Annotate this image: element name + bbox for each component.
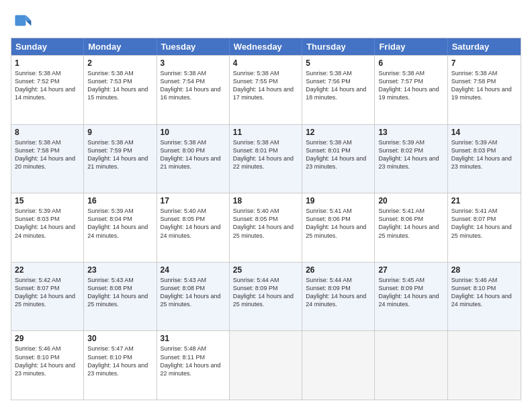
page: SundayMondayTuesdayWednesdayThursdayFrid… (0, 0, 532, 411)
cell-info: Sunrise: 5:38 AMSunset: 7:52 PMDaylight:… (15, 70, 75, 101)
day-number: 23 (87, 265, 152, 275)
day-number: 27 (378, 265, 443, 275)
calendar-cell: 4 Sunrise: 5:38 AMSunset: 7:55 PMDayligh… (230, 56, 302, 124)
calendar-cell: 18 Sunrise: 5:40 AMSunset: 8:05 PMDaylig… (230, 193, 302, 262)
calendar-cell: 8 Sunrise: 5:38 AMSunset: 7:58 PMDayligh… (11, 125, 84, 193)
day-number: 9 (87, 128, 152, 137)
calendar-cell: 2 Sunrise: 5:38 AMSunset: 7:53 PMDayligh… (84, 56, 157, 124)
header-day: Saturday (448, 38, 521, 55)
calendar-cell: 22 Sunrise: 5:42 AMSunset: 8:07 PMDaylig… (11, 263, 84, 331)
day-number: 11 (233, 128, 298, 137)
cell-info: Sunrise: 5:45 AMSunset: 8:09 PMDaylight:… (378, 277, 439, 308)
day-number: 14 (451, 128, 517, 137)
calendar-cell (302, 331, 375, 400)
day-number: 22 (15, 265, 80, 275)
day-number: 2 (87, 58, 152, 68)
header-day: Tuesday (157, 38, 230, 55)
day-number: 10 (161, 128, 226, 137)
calendar-cell (448, 331, 521, 400)
day-number: 30 (87, 334, 152, 343)
calendar-cell: 7 Sunrise: 5:38 AMSunset: 7:58 PMDayligh… (448, 56, 521, 124)
calendar-cell: 28 Sunrise: 5:46 AMSunset: 8:10 PMDaylig… (448, 263, 521, 331)
calendar-cell: 27 Sunrise: 5:45 AMSunset: 8:09 PMDaylig… (375, 263, 447, 331)
cell-info: Sunrise: 5:48 AMSunset: 8:11 PMDaylight:… (161, 345, 221, 376)
cell-info: Sunrise: 5:44 AMSunset: 8:09 PMDaylight:… (306, 277, 366, 308)
calendar-header: SundayMondayTuesdayWednesdayThursdayFrid… (11, 38, 521, 55)
day-number: 20 (378, 196, 443, 205)
cell-info: Sunrise: 5:41 AMSunset: 8:06 PMDaylight:… (306, 208, 366, 238)
calendar-row: 15 Sunrise: 5:39 AMSunset: 8:03 PMDaylig… (11, 193, 521, 262)
calendar-row: 22 Sunrise: 5:42 AMSunset: 8:07 PMDaylig… (11, 262, 521, 331)
cell-info: Sunrise: 5:46 AMSunset: 8:10 PMDaylight:… (451, 277, 512, 308)
day-number: 29 (15, 334, 80, 343)
calendar-cell: 6 Sunrise: 5:38 AMSunset: 7:57 PMDayligh… (375, 56, 447, 124)
calendar: SundayMondayTuesdayWednesdayThursdayFrid… (11, 38, 521, 400)
logo (11, 11, 35, 32)
day-number: 25 (233, 265, 298, 275)
calendar-cell: 13 Sunrise: 5:39 AMSunset: 8:02 PMDaylig… (375, 125, 447, 193)
calendar-cell: 3 Sunrise: 5:38 AMSunset: 7:54 PMDayligh… (157, 56, 230, 124)
header-day: Monday (84, 38, 157, 55)
calendar-cell (375, 331, 447, 400)
day-number: 4 (233, 58, 298, 68)
calendar-cell: 10 Sunrise: 5:38 AMSunset: 8:00 PMDaylig… (157, 125, 230, 193)
day-number: 8 (15, 128, 80, 137)
day-number: 5 (306, 58, 371, 68)
cell-info: Sunrise: 5:43 AMSunset: 8:08 PMDaylight:… (161, 277, 221, 308)
calendar-cell: 17 Sunrise: 5:40 AMSunset: 8:05 PMDaylig… (157, 193, 230, 262)
day-number: 16 (87, 196, 152, 205)
calendar-cell: 19 Sunrise: 5:41 AMSunset: 8:06 PMDaylig… (302, 193, 375, 262)
day-number: 15 (15, 196, 80, 205)
cell-info: Sunrise: 5:39 AMSunset: 8:03 PMDaylight:… (451, 139, 512, 170)
calendar-body: 1 Sunrise: 5:38 AMSunset: 7:52 PMDayligh… (11, 55, 521, 400)
cell-info: Sunrise: 5:41 AMSunset: 8:06 PMDaylight:… (378, 208, 439, 238)
cell-info: Sunrise: 5:38 AMSunset: 7:55 PMDaylight:… (233, 70, 294, 101)
calendar-cell: 24 Sunrise: 5:43 AMSunset: 8:08 PMDaylig… (157, 263, 230, 331)
calendar-cell: 5 Sunrise: 5:38 AMSunset: 7:56 PMDayligh… (302, 56, 375, 124)
logo-icon (11, 11, 32, 32)
cell-info: Sunrise: 5:39 AMSunset: 8:02 PMDaylight:… (378, 139, 439, 170)
calendar-cell: 21 Sunrise: 5:41 AMSunset: 8:07 PMDaylig… (448, 193, 521, 262)
day-number: 24 (161, 265, 226, 275)
cell-info: Sunrise: 5:38 AMSunset: 7:57 PMDaylight:… (378, 70, 439, 101)
calendar-row: 29 Sunrise: 5:46 AMSunset: 8:10 PMDaylig… (11, 330, 521, 400)
cell-info: Sunrise: 5:38 AMSunset: 7:58 PMDaylight:… (15, 139, 75, 170)
day-number: 28 (451, 265, 517, 275)
header-day: Friday (375, 38, 447, 55)
cell-info: Sunrise: 5:43 AMSunset: 8:08 PMDaylight:… (87, 277, 148, 308)
cell-info: Sunrise: 5:47 AMSunset: 8:10 PMDaylight:… (87, 345, 148, 376)
calendar-cell: 9 Sunrise: 5:38 AMSunset: 7:59 PMDayligh… (84, 125, 157, 193)
svg-marker-0 (26, 15, 31, 20)
day-number: 1 (15, 58, 80, 68)
cell-info: Sunrise: 5:38 AMSunset: 7:59 PMDaylight:… (87, 139, 148, 170)
cell-info: Sunrise: 5:38 AMSunset: 7:56 PMDaylight:… (306, 70, 366, 101)
day-number: 26 (306, 265, 371, 275)
cell-info: Sunrise: 5:42 AMSunset: 8:07 PMDaylight:… (15, 277, 75, 308)
day-number: 31 (161, 334, 226, 343)
calendar-row: 8 Sunrise: 5:38 AMSunset: 7:58 PMDayligh… (11, 124, 521, 193)
day-number: 13 (378, 128, 443, 137)
calendar-cell: 25 Sunrise: 5:44 AMSunset: 8:09 PMDaylig… (230, 263, 302, 331)
calendar-cell: 1 Sunrise: 5:38 AMSunset: 7:52 PMDayligh… (11, 56, 84, 124)
calendar-cell: 16 Sunrise: 5:39 AMSunset: 8:04 PMDaylig… (84, 193, 157, 262)
day-number: 7 (451, 58, 517, 68)
calendar-cell: 26 Sunrise: 5:44 AMSunset: 8:09 PMDaylig… (302, 263, 375, 331)
calendar-cell: 15 Sunrise: 5:39 AMSunset: 8:03 PMDaylig… (11, 193, 84, 262)
cell-info: Sunrise: 5:39 AMSunset: 8:04 PMDaylight:… (87, 208, 148, 238)
day-number: 3 (161, 58, 226, 68)
cell-info: Sunrise: 5:38 AMSunset: 7:58 PMDaylight:… (451, 70, 512, 101)
cell-info: Sunrise: 5:38 AMSunset: 7:54 PMDaylight:… (161, 70, 221, 101)
calendar-cell: 29 Sunrise: 5:46 AMSunset: 8:10 PMDaylig… (11, 331, 84, 400)
cell-info: Sunrise: 5:46 AMSunset: 8:10 PMDaylight:… (15, 345, 75, 376)
calendar-cell: 31 Sunrise: 5:48 AMSunset: 8:11 PMDaylig… (157, 331, 230, 400)
cell-info: Sunrise: 5:41 AMSunset: 8:07 PMDaylight:… (451, 208, 512, 238)
cell-info: Sunrise: 5:38 AMSunset: 8:01 PMDaylight:… (233, 139, 294, 170)
cell-info: Sunrise: 5:38 AMSunset: 8:01 PMDaylight:… (306, 139, 366, 170)
calendar-cell: 12 Sunrise: 5:38 AMSunset: 8:01 PMDaylig… (302, 125, 375, 193)
day-number: 21 (451, 196, 517, 205)
svg-marker-1 (26, 20, 31, 26)
cell-info: Sunrise: 5:40 AMSunset: 8:05 PMDaylight:… (161, 208, 221, 238)
cell-info: Sunrise: 5:44 AMSunset: 8:09 PMDaylight:… (233, 277, 294, 308)
cell-info: Sunrise: 5:38 AMSunset: 8:00 PMDaylight:… (161, 139, 221, 170)
calendar-cell: 14 Sunrise: 5:39 AMSunset: 8:03 PMDaylig… (448, 125, 521, 193)
